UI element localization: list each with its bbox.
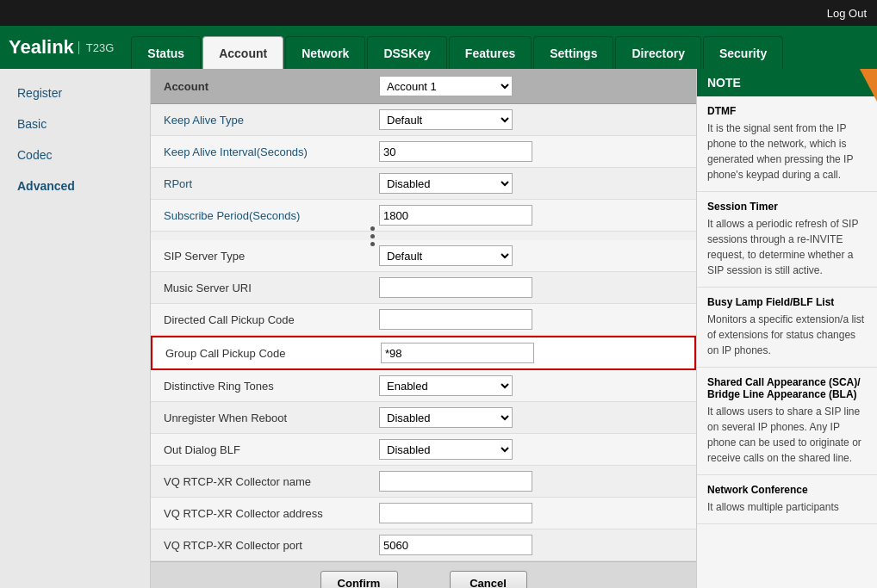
vq-collector-name-input[interactable] [379,471,532,492]
music-server-uri-label: Music Server URI [164,282,379,294]
tab-account[interactable]: Account [202,36,283,69]
music-server-uri-input[interactable] [379,277,532,298]
sip-server-type-select[interactable]: Default [379,245,513,266]
group-call-pickup-label: Group Call Pickup Code [165,347,381,360]
directed-call-pickup-input[interactable] [379,309,532,330]
keep-alive-interval-value [379,141,683,162]
sip-server-type-label: SIP Server Type [164,250,379,263]
note-sca-title: Shared Call Appearance (SCA)/ Bridge Lin… [707,376,867,400]
field-vq-collector-port: VQ RTCP-XR Collector port [151,529,696,561]
field-vq-collector-name: VQ RTCP-XR Collector name [151,466,696,498]
out-dialog-blf-label: Out Dialog BLF [164,443,379,456]
form-content: Account Account 1 Account 2 Keep Alive T… [151,69,696,588]
tab-settings[interactable]: Settings [533,36,613,69]
subscribe-period-value [379,205,683,226]
vq-collector-name-value [379,471,683,492]
keep-alive-interval-label: Keep Alive Interval(Seconds) [164,145,379,158]
note-session-timer: Session Timer It allows a periodic refre… [697,192,877,288]
brand-name: Yealink [9,36,74,59]
note-blf-text: Monitors a specific extension/a list of … [707,312,867,358]
vq-collector-port-label: VQ RTCP-XR Collector port [164,539,379,552]
keep-alive-interval-input[interactable] [379,141,532,162]
note-dtmf-title: DTMF [707,105,867,117]
tab-security[interactable]: Security [703,36,783,69]
out-dialog-blf-value: Disabled Enabled [379,439,683,460]
subscribe-period-input[interactable] [379,205,532,226]
distinctive-ring-value: Enabled Disabled [379,375,683,396]
main-nav: Status Account Network DSSKey Features S… [131,26,868,69]
rport-label: RPort [164,177,379,190]
field-music-server-uri: Music Server URI [151,272,696,304]
sidebar-item-basic[interactable]: Basic [0,108,150,139]
directed-call-pickup-label: Directed Call Pickup Code [164,313,379,326]
keep-alive-type-value: Default Options [379,109,683,130]
form-header-row: Account Account 1 Account 2 [151,69,696,104]
field-vq-collector-address: VQ RTCP-XR Collector address [151,498,696,529]
sidebar-item-register[interactable]: Register [0,77,150,108]
note-session-timer-title: Session Timer [707,201,867,213]
field-directed-call-pickup: Directed Call Pickup Code [151,304,696,336]
note-header: NOTE [697,69,877,96]
field-keep-alive-type: Keep Alive Type Default Options [151,104,696,136]
note-sca: Shared Call Appearance (SCA)/ Bridge Lin… [697,368,877,475]
note-panel: NOTE DTMF It is the signal sent from the… [696,69,877,588]
account-select[interactable]: Account 1 Account 2 [379,76,513,96]
music-server-uri-value [379,277,683,298]
sidebar-item-codec[interactable]: Codec [0,139,150,170]
dots-spacer [151,232,696,240]
vq-collector-name-label: VQ RTCP-XR Collector name [164,475,379,488]
keep-alive-type-select[interactable]: Default Options [379,109,513,130]
directed-call-pickup-value [379,309,683,330]
rport-value: Disabled Enabled [379,173,683,194]
group-call-pickup-value [381,343,681,363]
logout-button[interactable]: Log Out [827,7,867,20]
rport-select[interactable]: Disabled Enabled [379,173,513,194]
logo: Yealink T23G [9,36,114,59]
form-header-value: Account 1 Account 2 [379,76,683,96]
note-session-timer-text: It allows a periodic refresh of SIP sess… [707,216,867,278]
tab-dsskey[interactable]: DSSKey [367,36,446,69]
group-call-pickup-input[interactable] [381,343,534,363]
vq-collector-address-value [379,503,683,523]
note-blf-title: Busy Lamp Field/BLF List [707,296,867,308]
out-dialog-blf-select[interactable]: Disabled Enabled [379,439,513,460]
subscribe-period-label: Subscribe Period(Seconds) [164,209,379,222]
distinctive-ring-label: Distinctive Ring Tones [164,380,379,393]
form-footer: Confirm Cancel [151,561,696,588]
keep-alive-type-label: Keep Alive Type [164,114,379,127]
sidebar: Register Basic Codec Advanced [0,69,151,588]
note-title: NOTE [707,76,741,90]
note-dtmf-text: It is the signal sent from the IP phone … [707,121,867,183]
distinctive-ring-select[interactable]: Enabled Disabled [379,375,513,396]
field-out-dialog-blf: Out Dialog BLF Disabled Enabled [151,434,696,466]
unregister-reboot-label: Unregister When Reboot [164,412,379,424]
tab-network[interactable]: Network [285,36,365,69]
cancel-button[interactable]: Cancel [450,571,527,588]
note-network-conference-title: Network Conference [707,484,867,496]
field-unregister-reboot: Unregister When Reboot Disabled Enabled [151,402,696,434]
vq-collector-address-label: VQ RTCP-XR Collector address [164,507,379,520]
field-rport: RPort Disabled Enabled [151,168,696,200]
note-network-conference-text: It allows multiple participants [707,499,867,515]
vq-collector-address-input[interactable] [379,503,532,523]
confirm-button[interactable]: Confirm [320,571,398,588]
field-distinctive-ring: Distinctive Ring Tones Enabled Disabled [151,370,696,402]
tab-features[interactable]: Features [449,36,532,69]
note-blf: Busy Lamp Field/BLF List Monitors a spec… [697,288,877,368]
unregister-reboot-select[interactable]: Disabled Enabled [379,407,513,428]
sip-server-type-value: Default [379,245,683,266]
form-header-label: Account [164,80,379,93]
unregister-reboot-value: Disabled Enabled [379,407,683,428]
field-keep-alive-interval: Keep Alive Interval(Seconds) [151,136,696,168]
note-network-conference: Network Conference It allows multiple pa… [697,475,877,524]
model-name: T23G [78,41,115,54]
vq-collector-port-value [379,535,683,555]
sidebar-item-advanced[interactable]: Advanced [0,170,150,201]
note-sca-text: It allows users to share a SIP line on s… [707,404,867,466]
vq-collector-port-input[interactable] [379,535,532,555]
note-dtmf: DTMF It is the signal sent from the IP p… [697,96,877,192]
tab-status[interactable]: Status [131,36,201,69]
tab-directory[interactable]: Directory [615,36,700,69]
field-group-call-pickup: Group Call Pickup Code [151,336,696,370]
